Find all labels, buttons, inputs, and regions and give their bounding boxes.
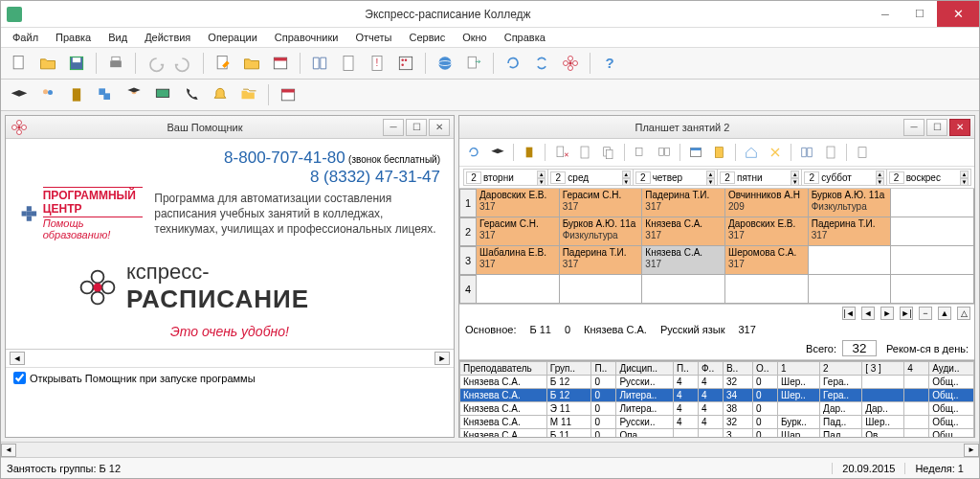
day-header[interactable]: пятни▲▼ — [717, 169, 802, 186]
spin-up[interactable]: ▲ — [622, 171, 631, 178]
spin-up[interactable]: ▲ — [960, 171, 969, 178]
helper-prev-button[interactable]: ◄ — [10, 352, 25, 365]
schedule-cell[interactable]: Даровских Е.В.317 — [724, 217, 809, 246]
redo-button[interactable] — [171, 51, 196, 76]
spin-down[interactable]: ▼ — [622, 178, 631, 186]
spin-up[interactable]: ▲ — [537, 171, 546, 178]
schedule-cell[interactable]: Бурков А.Ю. 11аФизкультура — [808, 189, 892, 217]
bt-cal[interactable] — [685, 142, 706, 163]
menu-file[interactable]: Файл — [5, 30, 46, 45]
schedule-cell[interactable] — [890, 274, 974, 304]
schedule-cell[interactable]: Шабалина Е.В.317 — [476, 245, 560, 275]
edit-button[interactable] — [211, 51, 235, 76]
schedule-cell[interactable]: Овчинников А.Н209 — [724, 189, 809, 217]
minimize-button[interactable]: ─ — [868, 1, 902, 27]
schedule-cell[interactable] — [808, 274, 892, 304]
bt-last[interactable] — [852, 142, 873, 163]
folders-icon[interactable] — [236, 82, 261, 107]
book-button[interactable] — [307, 51, 332, 76]
schedule-cell[interactable]: Падерина Т.И.317 — [808, 217, 892, 246]
helper-startup-checkbox[interactable] — [13, 372, 26, 384]
schedule-cell[interactable] — [890, 189, 974, 217]
maximize-button[interactable]: ☐ — [902, 1, 937, 27]
table-header[interactable]: О.. — [753, 362, 778, 376]
menu-references[interactable]: Справочники — [267, 30, 346, 45]
menu-service[interactable]: Сервис — [401, 30, 453, 45]
menu-edit[interactable]: Правка — [48, 30, 99, 45]
help-button[interactable]: ? — [597, 51, 622, 76]
schedule-cell[interactable]: Князева С.А.317 — [641, 217, 725, 246]
print-button[interactable] — [103, 51, 128, 76]
page-button[interactable] — [336, 51, 361, 76]
schedule-cell[interactable]: Шеромова С.А.317 — [724, 245, 809, 275]
table-row[interactable]: Князева С.А.Э 110Литера..44380Дар..Дар..… — [460, 402, 974, 416]
spin-up[interactable]: ▲ — [706, 171, 715, 178]
new-button[interactable] — [7, 51, 32, 76]
bt-book[interactable] — [796, 142, 817, 163]
schedule-cell[interactable]: Падерина Т.И.317 — [641, 189, 725, 217]
table-header[interactable]: 1 — [778, 362, 820, 376]
board-icon[interactable] — [150, 82, 175, 107]
calendar2-icon[interactable] — [276, 82, 301, 107]
nav-minus[interactable]: − — [919, 307, 932, 320]
nav-next[interactable]: ► — [880, 307, 894, 320]
menu-reports[interactable]: Отчеты — [347, 30, 399, 45]
table-header[interactable]: Ф.. — [699, 362, 724, 376]
totals-input[interactable] — [842, 340, 877, 356]
schedule-cell[interactable] — [641, 274, 725, 304]
board-min-button[interactable]: ─ — [903, 119, 924, 136]
schedule-cell[interactable] — [559, 274, 643, 304]
nav-first[interactable]: |◄ — [842, 307, 856, 320]
day-header[interactable]: сред▲▼ — [547, 169, 633, 186]
users-icon[interactable] — [35, 82, 60, 107]
table-header[interactable]: Преподаватель — [460, 362, 547, 376]
bt-delpage[interactable]: ✕ — [550, 142, 571, 163]
abacus-button[interactable] — [393, 51, 418, 76]
menu-window[interactable]: Окно — [455, 30, 495, 45]
bell-icon[interactable] — [208, 82, 233, 107]
calendar-button[interactable] — [268, 51, 293, 76]
spin-down[interactable]: ▼ — [960, 178, 969, 186]
bt-swap[interactable] — [654, 142, 675, 163]
bt-door[interactable] — [519, 142, 540, 163]
schedule-cell[interactable] — [890, 245, 974, 275]
helper-next-button[interactable]: ► — [434, 352, 450, 365]
table-row[interactable]: Князева С.А.М 110Русски..44320Бурк..Пад.… — [460, 416, 974, 429]
table-header[interactable]: Дисцип.. — [616, 362, 674, 376]
spin-up[interactable]: ▲ — [876, 171, 884, 178]
day-num-input[interactable] — [550, 171, 566, 184]
bt-home[interactable] — [741, 142, 762, 163]
spin-down[interactable]: ▼ — [706, 178, 715, 186]
refresh-button[interactable] — [501, 51, 525, 76]
close-button[interactable]: ✕ — [937, 1, 979, 27]
menu-view[interactable]: Вид — [100, 30, 135, 45]
table-header[interactable]: 4 — [904, 362, 929, 376]
spin-down[interactable]: ▼ — [791, 178, 799, 186]
schedule-cell[interactable] — [890, 217, 974, 246]
schedule-cell[interactable] — [724, 274, 809, 304]
helper-close-button[interactable]: ✕ — [429, 119, 450, 136]
table-header[interactable]: В.. — [723, 362, 752, 376]
bt-paste[interactable] — [709, 142, 730, 163]
menu-actions[interactable]: Действия — [137, 30, 198, 45]
hscroll-right[interactable]: ► — [964, 444, 979, 457]
schedule-cell[interactable]: Князева С.А.317 — [641, 245, 725, 275]
student-icon[interactable] — [122, 82, 146, 107]
nav-tri[interactable]: △ — [957, 307, 970, 320]
day-header[interactable]: суббот▲▼ — [801, 169, 886, 186]
day-num-input[interactable] — [635, 171, 651, 184]
table-header[interactable]: [ 3 ] — [862, 362, 904, 376]
cap-icon[interactable] — [7, 82, 32, 107]
door-icon[interactable] — [64, 82, 89, 107]
table-row[interactable]: Князева С.А.Б 120Литера..44340Шер..Гера.… — [460, 389, 974, 402]
flower-button[interactable] — [558, 51, 583, 76]
warn-button[interactable]: ! — [365, 51, 390, 76]
save-button[interactable] — [64, 51, 89, 76]
table-row[interactable]: Князева С.А.Б 110Опа..30Шар..Пад..Ов..Об… — [460, 429, 974, 438]
schedule-cell[interactable]: Падерина Т.И.317 — [559, 245, 643, 275]
nav-prev[interactable]: ◄ — [861, 307, 875, 320]
table-header[interactable]: П.. — [591, 362, 616, 376]
day-num-input[interactable] — [466, 171, 481, 184]
bt-page[interactable] — [574, 142, 595, 163]
day-num-input[interactable] — [889, 171, 904, 184]
